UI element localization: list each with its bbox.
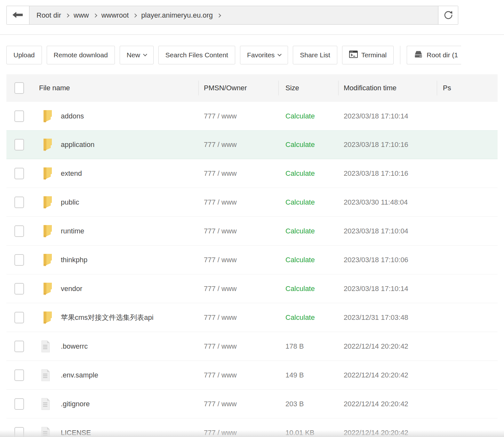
terminal-button[interactable]: Terminal — [342, 46, 394, 64]
calculate-size-link[interactable]: Calculate — [285, 313, 315, 322]
column-divider — [338, 81, 339, 95]
folder-icon — [41, 196, 53, 209]
file-name[interactable]: .gitignore — [61, 400, 90, 408]
file-name[interactable]: thinkphp — [61, 256, 87, 264]
table-row[interactable]: addons 777 / www Calculate 2023/03/18 17… — [6, 102, 498, 131]
breadcrumb-item-www[interactable]: www — [74, 11, 89, 20]
row-checkbox[interactable] — [14, 139, 24, 150]
folder-icon — [41, 138, 53, 151]
row-checkbox[interactable] — [14, 254, 24, 266]
file-owner: 777 / www — [204, 198, 237, 206]
remote-download-button[interactable]: Remote download — [47, 46, 115, 64]
file-mtime: 2023/03/18 17:10:04 — [344, 227, 408, 235]
column-header-mtime[interactable]: Modification time — [344, 84, 396, 92]
file-mtime: 2023/03/18 17:10:16 — [344, 141, 408, 149]
table-row[interactable]: application 777 / www Calculate 2023/03/… — [6, 130, 498, 159]
table-row[interactable]: 苹果cms对接文件选集列表api 777 / www Calculate 202… — [6, 303, 498, 332]
file-owner: 777 / www — [204, 285, 237, 293]
file-mtime: 2022/12/14 20:20:42 — [344, 400, 408, 408]
arrow-left-icon — [12, 11, 23, 20]
file-name[interactable]: extend — [61, 169, 82, 178]
row-checkbox[interactable] — [14, 341, 24, 352]
calculate-size-link[interactable]: Calculate — [285, 227, 315, 235]
column-header-filename[interactable]: File name — [39, 84, 70, 92]
select-all-checkbox[interactable] — [14, 82, 24, 94]
row-checkbox[interactable] — [14, 197, 24, 208]
folder-icon — [41, 224, 53, 238]
row-checkbox[interactable] — [14, 225, 24, 237]
breadcrumb-item-site[interactable]: player.animeryu.eu.org — [141, 11, 213, 20]
file-mtime: 2023/12/31 17:03:48 — [344, 313, 408, 322]
terminal-button-label: Terminal — [361, 51, 387, 59]
row-checkbox[interactable] — [14, 398, 24, 410]
calculate-size-link[interactable]: Calculate — [285, 256, 315, 264]
share-list-button[interactable]: Share List — [293, 46, 337, 64]
back-button[interactable] — [7, 6, 29, 24]
breadcrumb: Root dir www wwwroot player.animeryu.eu.… — [29, 6, 438, 24]
column-divider — [278, 81, 279, 95]
root-dir-button[interactable]: Root dir (1 — [407, 46, 461, 64]
table-row[interactable]: vendor 777 / www Calculate 2023/03/18 17… — [6, 274, 498, 303]
row-checkbox[interactable] — [14, 168, 24, 179]
calculate-size-link[interactable]: Calculate — [285, 198, 315, 206]
search-files-content-button[interactable]: Search Files Content — [158, 46, 235, 64]
file-name[interactable]: application — [61, 141, 94, 149]
favorites-button[interactable]: Favorites — [240, 46, 288, 64]
column-header-ps[interactable]: Ps — [443, 84, 451, 92]
chevron-down-icon — [143, 52, 147, 56]
folder-icon — [41, 167, 53, 180]
table-row[interactable]: thinkphp 777 / www Calculate 2023/03/18 … — [6, 246, 498, 274]
file-mtime: 2023/03/30 11:48:04 — [344, 198, 408, 206]
table-row[interactable]: .gitignore 777 / www 203 B 2022/12/14 20… — [6, 390, 498, 418]
row-checkbox[interactable] — [14, 312, 24, 323]
toolbar-divider — [400, 46, 400, 64]
calculate-size-link[interactable]: Calculate — [285, 285, 315, 293]
breadcrumb-item-wwwroot[interactable]: wwwroot — [101, 11, 129, 20]
terminal-icon — [349, 51, 358, 60]
refresh-button[interactable] — [438, 6, 458, 24]
file-name[interactable]: runtime — [61, 227, 84, 235]
table-row[interactable]: .env.sample 777 / www 149 B 2022/12/14 2… — [6, 361, 498, 390]
file-owner: 777 / www — [204, 342, 237, 351]
breadcrumb-item-root[interactable]: Root dir — [36, 11, 61, 20]
file-mtime: 2022/12/14 20:20:42 — [344, 342, 408, 351]
new-button[interactable]: New — [120, 46, 154, 64]
calculate-size-link[interactable]: Calculate — [285, 141, 315, 149]
folder-icon — [41, 109, 53, 123]
upload-button[interactable]: Upload — [6, 46, 42, 64]
path-bar: Root dir www wwwroot player.animeryu.eu.… — [6, 6, 458, 25]
column-header-size[interactable]: Size — [285, 84, 299, 92]
file-name[interactable]: vendor — [61, 285, 82, 293]
file-mtime: 2022/12/14 20:20:42 — [344, 371, 408, 379]
file-mtime: 2023/03/18 17:10:14 — [344, 112, 408, 120]
column-divider — [198, 81, 199, 95]
calculate-size-link[interactable]: Calculate — [285, 112, 315, 120]
chevron-right-icon — [65, 13, 69, 18]
table-row[interactable]: public 777 / www Calculate 2023/03/30 11… — [6, 188, 498, 217]
root-dir-button-label: Root dir (1 — [427, 51, 458, 59]
table-row[interactable]: runtime 777 / www Calculate 2023/03/18 1… — [6, 217, 498, 246]
file-name[interactable]: .bowerrc — [61, 342, 88, 351]
table-row[interactable]: extend 777 / www Calculate 2023/03/18 17… — [6, 159, 498, 188]
favorites-button-label: Favorites — [247, 51, 275, 59]
file-icon — [41, 340, 53, 353]
bottom-fade — [0, 430, 504, 437]
file-name[interactable]: addons — [61, 112, 84, 120]
chevron-right-icon — [93, 13, 97, 18]
folder-icon — [41, 311, 53, 324]
row-checkbox[interactable] — [14, 283, 24, 295]
table-row[interactable]: .bowerrc 777 / www 178 B 2022/12/14 20:2… — [6, 332, 498, 361]
file-name[interactable]: 苹果cms对接文件选集列表api — [61, 313, 154, 322]
disk-icon — [414, 50, 423, 61]
row-checkbox[interactable] — [14, 369, 24, 381]
file-mtime: 2023/03/18 17:10:16 — [344, 169, 408, 178]
column-divider — [437, 81, 437, 95]
row-checkbox[interactable] — [14, 110, 24, 122]
file-owner: 777 / www — [204, 371, 237, 379]
chevron-down-icon — [277, 52, 282, 56]
divider — [0, 34, 504, 35]
column-header-owner[interactable]: PMSN/Owner — [204, 84, 247, 92]
calculate-size-link[interactable]: Calculate — [285, 169, 315, 178]
file-name[interactable]: public — [61, 198, 79, 206]
file-name[interactable]: .env.sample — [61, 371, 98, 379]
